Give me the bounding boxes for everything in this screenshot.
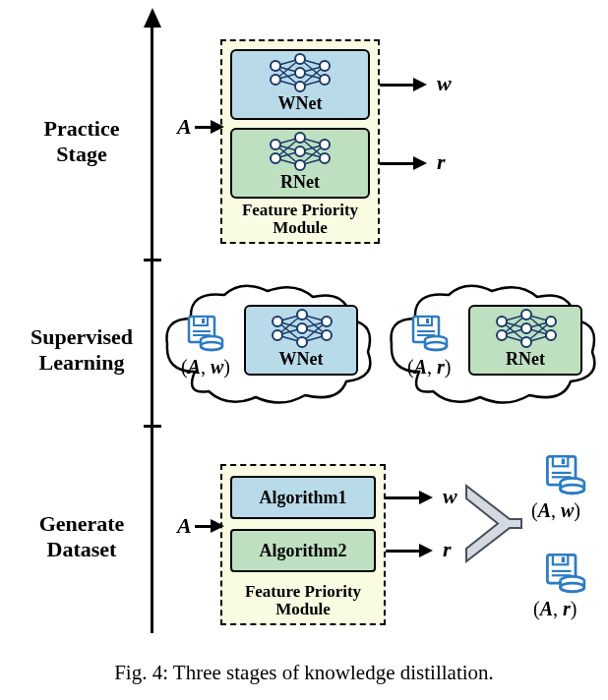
figure-caption: Fig. 4: Three stages of knowledge distil… [0,661,608,685]
svg-point-60 [297,323,307,333]
arrow-w-practice-head [413,78,427,91]
axis-tick-bottom [144,425,161,428]
pair-Aw-cloud: (A, w) [181,356,230,379]
svg-point-35 [295,160,305,170]
arrow-A-practice-head [211,120,224,134]
svg-rect-65 [418,317,432,325]
arrow-w-generate [386,496,421,499]
disk-icon-rnet-cloud [409,313,449,352]
arrow-w-generate-head [419,491,433,504]
svg-rect-100 [552,570,572,572]
svg-point-16 [295,82,305,91]
svg-rect-41 [193,330,211,332]
wnet-label-supervised: WNet [279,349,324,370]
svg-point-36 [320,140,330,149]
pair-Ar-cloud: (A, r) [407,356,451,379]
svg-point-14 [295,54,305,64]
svg-rect-40 [202,319,205,323]
svg-rect-66 [426,319,429,323]
svg-point-32 [271,153,280,163]
nn-icon-wnet-practice [266,52,334,93]
algo1-box: Algorithm1 [230,476,376,519]
stage-label-generate: GenerateDataset [28,511,136,563]
wnet-label-practice: WNet [278,93,323,114]
algo1-label: Algorithm1 [260,488,347,508]
svg-rect-67 [417,330,435,332]
stage-label-supervised: SupervisedLearning [20,324,144,377]
svg-point-62 [322,317,332,326]
svg-rect-92 [562,459,565,465]
svg-point-37 [320,153,330,163]
svg-point-18 [320,75,330,85]
svg-point-17 [320,61,330,71]
disk-icon-Ar-output [543,551,586,594]
fp-caption-generate: Feature PriorityModule [222,583,384,619]
svg-point-12 [271,61,280,71]
disk-icon-wnet-cloud [185,313,224,352]
svg-rect-93 [552,472,572,474]
arrow-A-generate-head [211,519,224,533]
arrow-r-generate-head [419,544,433,557]
svg-rect-39 [194,317,208,325]
stage-label-practice: PracticeStage [28,116,136,168]
arrow-r-practice [380,162,415,165]
svg-rect-99 [562,557,565,563]
algo2-label: Algorithm2 [260,541,347,561]
arrow-r-generate [386,550,421,553]
axis-tick-top [144,259,161,262]
svg-rect-98 [553,554,568,564]
svg-point-34 [295,146,305,156]
svg-point-61 [297,337,307,347]
nn-icon-wnet-supervised [268,308,336,349]
svg-point-63 [322,330,332,340]
svg-point-13 [271,75,280,85]
stage-label-practice-text: PracticeStage [44,116,120,166]
rnet-label-supervised: RNet [506,349,545,370]
stage-label-supervised-text: SupervisedLearning [30,324,133,375]
algo2-box: Algorithm2 [230,529,376,572]
pair-Ar-output: (A, r) [533,598,577,620]
var-A-practice: A [177,114,192,140]
svg-point-83 [497,317,507,326]
var-w-generate: w [443,484,457,509]
svg-point-31 [271,140,280,149]
pair-Aw-output: (A, w) [531,499,580,522]
svg-rect-91 [553,456,568,466]
svg-point-87 [521,337,531,347]
disk-icon-Aw-output [543,452,586,496]
axis-arrow-up [144,8,161,28]
svg-point-33 [295,133,305,143]
var-r-practice: r [437,149,446,175]
svg-point-15 [295,68,305,78]
svg-point-85 [521,310,531,320]
svg-point-88 [546,317,556,326]
svg-point-59 [297,310,307,320]
var-r-generate: r [443,537,452,562]
svg-point-86 [521,323,531,333]
nn-icon-rnet-supervised [492,308,561,349]
rnet-label-practice: RNet [280,172,320,193]
svg-point-89 [546,330,556,340]
var-w-practice: w [437,71,452,96]
var-A-generate: A [177,513,192,539]
svg-point-57 [273,317,282,326]
fp-caption-practice: Feature PriorityModule [222,202,378,238]
nn-icon-rnet-practice [266,131,334,172]
svg-point-58 [273,330,282,340]
axis-line [151,26,153,633]
arrow-w-practice [380,84,415,87]
converge-arrow [462,482,531,565]
stage-label-generate-text: GenerateDataset [39,511,125,561]
arrow-r-practice-head [413,156,427,170]
svg-point-84 [497,330,507,340]
